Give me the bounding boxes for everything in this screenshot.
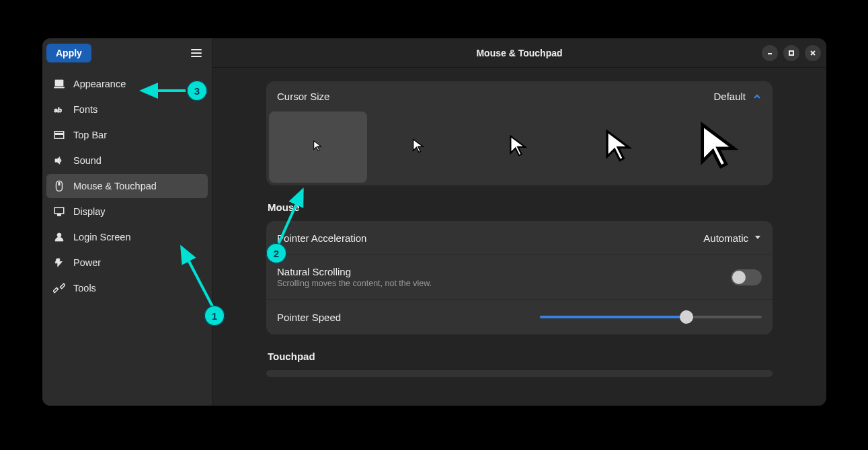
apply-button[interactable]: Apply [46, 44, 91, 62]
pointer-speed-label: Pointer Speed [277, 312, 341, 323]
titlebar: Mouse & Touchpad [212, 38, 826, 68]
window-controls [762, 45, 821, 61]
tools-icon [53, 282, 65, 294]
display-icon [53, 206, 65, 218]
natural-scrolling-row: Natural Scrolling Scrolling moves the co… [266, 255, 773, 300]
settings-window: Apply AppearanceabFontsTop BarSoundMouse… [42, 38, 826, 406]
sidebar-item-display[interactable]: Display [46, 199, 208, 224]
close-button[interactable] [805, 45, 821, 61]
cursor-arrow-icon [507, 134, 531, 161]
cursor-size-option-1[interactable] [370, 111, 468, 183]
mouse-icon [53, 180, 65, 192]
touchpad-settings-list [266, 370, 773, 377]
pointer-acceleration-value: Automatic [703, 232, 748, 244]
sidebar-item-mouse[interactable]: Mouse & Touchpad [46, 174, 208, 198]
cursor-size-panel: Cursor Size Default [266, 81, 773, 185]
page-title: Mouse & Touchpad [476, 48, 562, 58]
slider-fill [540, 316, 686, 318]
mouse-settings-list: Pointer Acceleration Automatic Natural S… [266, 221, 773, 334]
cursor-arrow-icon [411, 138, 427, 156]
sidebar-item-label: Sound [73, 155, 102, 166]
switch-knob [732, 271, 746, 284]
sidebar-item-sound[interactable]: Sound [46, 148, 208, 173]
sidebar-item-fonts[interactable]: abFonts [46, 97, 208, 122]
touchpad-section-title: Touchpad [268, 351, 773, 362]
cursor-arrow-icon [695, 120, 747, 175]
natural-scrolling-label: Natural Scrolling [277, 266, 432, 277]
cursor-arrow-icon [312, 140, 324, 154]
cursor-size-grid [266, 111, 773, 185]
natural-scrolling-sub: Scrolling moves the content, not the vie… [277, 279, 432, 288]
content-scroll[interactable]: Cursor Size Default Mouse Pointer Accele… [212, 68, 826, 406]
sidebar-item-label: Power [73, 257, 101, 268]
minimize-button[interactable] [762, 45, 778, 61]
sidebar-item-appearance[interactable]: Appearance [46, 72, 208, 96]
cursor-size-header[interactable]: Cursor Size Default [266, 81, 773, 111]
sidebar-item-label: Top Bar [73, 130, 107, 140]
cursor-size-label: Cursor Size [277, 91, 329, 102]
cursor-size-option-2[interactable] [471, 111, 569, 183]
sidebar-item-tools[interactable]: Tools [46, 276, 208, 300]
pointer-acceleration-row[interactable]: Pointer Acceleration Automatic [266, 221, 773, 255]
main-pane: Mouse & Touchpad Cursor Size De [212, 38, 826, 406]
fonts-icon: ab [53, 103, 65, 116]
natural-scrolling-switch[interactable] [731, 269, 762, 285]
sound-icon [53, 154, 65, 167]
sidebar-item-power[interactable]: Power [46, 251, 208, 275]
cursor-size-value: Default [713, 91, 746, 102]
sidebar-item-label: Fonts [73, 104, 97, 115]
appearance-icon [53, 78, 65, 90]
sidebar-item-label: Tools [73, 283, 96, 294]
topbar-icon [53, 129, 65, 141]
power-icon [53, 257, 65, 269]
sidebar-nav: AppearanceabFontsTop BarSoundMouse & Tou… [42, 68, 212, 304]
pointer-speed-row: Pointer Speed [266, 300, 773, 334]
sidebar-item-login[interactable]: Login Screen [46, 225, 208, 249]
cursor-size-option-3[interactable] [571, 111, 669, 183]
login-icon [53, 231, 65, 243]
sidebar-item-label: Display [73, 206, 106, 217]
pointer-acceleration-label: Pointer Acceleration [277, 232, 366, 244]
sidebar-item-label: Login Screen [73, 232, 130, 242]
svg-marker-5 [755, 236, 760, 239]
pointer-speed-slider[interactable] [540, 310, 762, 324]
cursor-arrow-icon [602, 128, 638, 167]
maximize-button[interactable] [783, 45, 799, 61]
sidebar: Apply AppearanceabFontsTop BarSoundMouse… [42, 38, 212, 406]
sidebar-item-topbar[interactable]: Top Bar [46, 123, 208, 147]
chevron-down-icon [754, 232, 762, 244]
chevron-up-icon [752, 92, 762, 101]
sidebar-item-label: Appearance [73, 79, 126, 89]
svg-rect-2 [789, 51, 793, 55]
sidebar-header: Apply [42, 38, 212, 68]
mouse-section-title: Mouse [268, 201, 773, 213]
cursor-size-option-4[interactable] [672, 111, 770, 183]
sidebar-item-label: Mouse & Touchpad [73, 181, 157, 191]
slider-thumb[interactable] [680, 310, 693, 324]
hamburger-menu-button[interactable] [185, 43, 208, 63]
svg-text:ab: ab [54, 106, 62, 114]
cursor-size-option-0[interactable] [269, 111, 367, 183]
